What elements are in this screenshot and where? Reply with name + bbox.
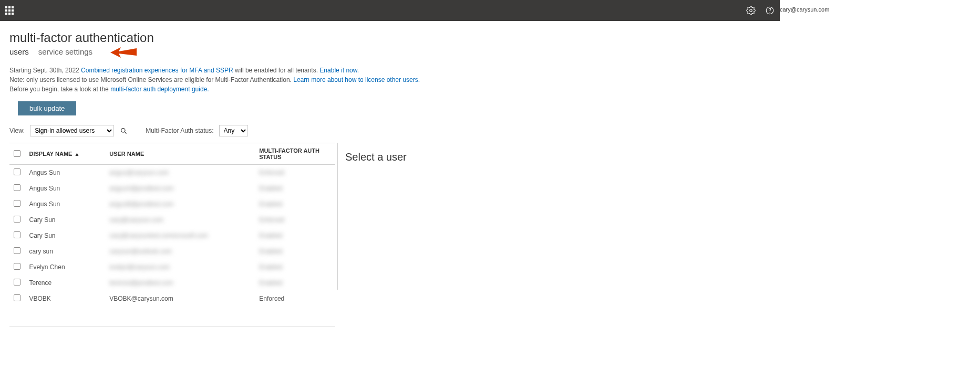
status-label: Multi-Factor Auth status: (146, 127, 213, 134)
cell-display-name: Evelyn Chen (25, 259, 106, 275)
tabs: users service settings (9, 47, 971, 56)
side-panel: Select a user (337, 143, 421, 290)
cell-user-name: carysun@outlook.com (105, 244, 255, 259)
cell-user-name: cary@carysuntest.onmicrosoft.com (105, 228, 255, 244)
cell-mfa-status: Enabled (255, 228, 335, 244)
cell-display-name: Terence (25, 275, 106, 291)
svg-point-0 (750, 9, 752, 12)
table-row[interactable]: Angus SunangusB@prodtest.comEnabled (9, 196, 335, 212)
cell-display-name: Angus Sun (25, 196, 106, 212)
tab-users[interactable]: users (9, 47, 29, 56)
cell-display-name: Cary Sun (25, 228, 106, 244)
app-launcher-icon[interactable] (5, 6, 14, 15)
cell-mfa-status: Enforced (255, 212, 335, 228)
cell-mfa-status: Enforced (255, 291, 335, 306)
link-enable-now[interactable]: Enable it now. (319, 67, 359, 74)
table-row[interactable]: Terenceterence@prodtest.comEnabled (9, 275, 335, 291)
col-mfa-status[interactable]: MULTI-FACTOR AUTH STATUS (255, 143, 335, 165)
annotation-arrow (109, 45, 138, 60)
row-checkbox[interactable] (14, 184, 20, 191)
cell-user-name: angus@carysun.com (105, 165, 255, 181)
bulk-update-button[interactable]: bulk update (18, 101, 76, 115)
cell-mfa-status: Enabled (255, 181, 335, 196)
row-checkbox[interactable] (14, 247, 20, 254)
link-license-users[interactable]: Learn more about how to license other us… (293, 76, 420, 83)
cell-mfa-status: Enforced (255, 165, 335, 181)
notice-text: Starting Sept. 30th, 2022 Combined regis… (9, 66, 971, 94)
row-checkbox[interactable] (14, 216, 20, 223)
select-all-checkbox[interactable] (14, 150, 20, 157)
svg-point-3 (121, 128, 125, 132)
table-row[interactable]: Angus SunangusA@prodtest.comEnabled (9, 181, 335, 196)
table-row[interactable]: cary suncarysun@outlook.comEnabled (9, 244, 335, 259)
cell-user-name: terence@prodtest.com (105, 275, 255, 291)
row-checkbox[interactable] (14, 200, 20, 207)
side-panel-title: Select a user (345, 151, 414, 163)
table-row[interactable]: Evelyn Chenevelyn@carysun.comEnabled (9, 259, 335, 275)
account-email[interactable]: cary@carysun.com (780, 6, 829, 13)
cell-mfa-status: Enabled (255, 244, 335, 259)
svg-line-4 (125, 132, 126, 133)
gear-icon[interactable] (746, 6, 756, 15)
table-row[interactable]: VBOBKVBOBK@carysun.comEnforced (9, 291, 335, 306)
search-icon[interactable] (119, 126, 128, 135)
cell-display-name: cary sun (25, 244, 106, 259)
cell-mfa-status: Enabled (255, 259, 335, 275)
tab-service-settings[interactable]: service settings (38, 47, 92, 56)
row-checkbox[interactable] (14, 168, 20, 175)
row-checkbox[interactable] (14, 279, 20, 286)
table-row[interactable]: Cary Suncary@carysun.comEnforced (9, 212, 335, 228)
view-label: View: (9, 127, 25, 134)
cell-user-name: angusA@prodtest.com (105, 181, 255, 196)
link-deployment-guide[interactable]: multi-factor auth deployment guide. (110, 86, 209, 93)
top-bar (0, 0, 780, 21)
table-row[interactable]: Angus Sunangus@carysun.comEnforced (9, 165, 335, 181)
link-combined-registration[interactable]: Combined registration experiences for MF… (81, 67, 233, 74)
help-icon[interactable] (765, 6, 775, 15)
svg-point-2 (769, 12, 770, 13)
col-user-name[interactable]: USER NAME (105, 143, 255, 165)
users-table: DISPLAY NAME▲ USER NAME MULTI-FACTOR AUT… (9, 143, 335, 326)
sort-asc-icon: ▲ (74, 151, 79, 157)
filter-row: View: Sign-in allowed users Multi-Factor… (9, 125, 971, 136)
page-content: multi-factor authentication users servic… (0, 21, 980, 347)
cell-display-name: Cary Sun (25, 212, 106, 228)
cell-display-name: Angus Sun (25, 165, 106, 181)
cell-display-name: Angus Sun (25, 181, 106, 196)
row-checkbox[interactable] (14, 263, 20, 270)
cell-mfa-status: Enabled (255, 196, 335, 212)
cell-user-name: evelyn@carysun.com (105, 259, 255, 275)
status-select[interactable]: Any (219, 125, 248, 136)
cell-user-name: angusB@prodtest.com (105, 196, 255, 212)
cell-mfa-status: Enabled (255, 275, 335, 291)
page-title: multi-factor authentication (9, 30, 971, 45)
row-checkbox[interactable] (14, 231, 20, 238)
cell-user-name: VBOBK@carysun.com (105, 291, 255, 306)
col-display-name[interactable]: DISPLAY NAME▲ (25, 143, 106, 165)
cell-user-name: cary@carysun.com (105, 212, 255, 228)
row-checkbox[interactable] (14, 294, 20, 301)
view-select[interactable]: Sign-in allowed users (30, 125, 114, 136)
table-row[interactable]: Cary Suncary@carysuntest.onmicrosoft.com… (9, 228, 335, 244)
cell-display-name: VBOBK (25, 291, 106, 306)
